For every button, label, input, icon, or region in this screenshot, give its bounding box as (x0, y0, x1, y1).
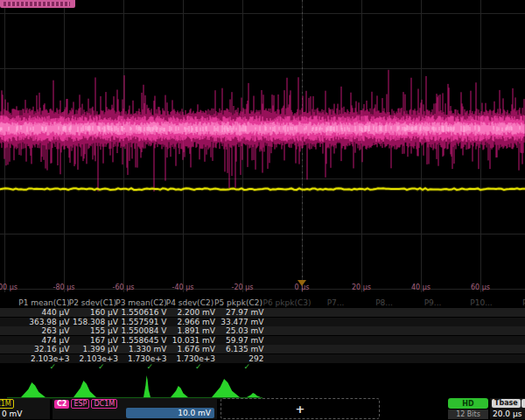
timebase-descriptor[interactable]: Tbase 20.0 µs (490, 398, 525, 419)
measure-value: 1.891 mV (164, 326, 215, 335)
measure-value: 2.103e+3 (18, 354, 70, 363)
plus-icon: + (296, 402, 305, 416)
oscilloscope-screen: -100 µs-80 µs-60 µs-40 µs-20 µs0 µs20 µs… (0, 0, 525, 420)
c1-coupling-chip: DC1M (0, 399, 14, 409)
measure-value: 1.550084 V (116, 326, 167, 335)
hd-mode-badge[interactable]: HD (448, 398, 488, 409)
measure-value: 1.558645 V (116, 336, 167, 345)
measure-value: 10.031 mV (164, 336, 215, 345)
measure-value: 25.03 mV (213, 326, 264, 335)
status-check-icon: ✓ (147, 362, 154, 371)
hd-label: HD (462, 400, 473, 408)
measure-value: 158.308 µV (66, 318, 118, 326)
histicon-peak (171, 386, 188, 397)
time-axis-label: 0 µs (295, 284, 310, 291)
measurement-table: P1 mean(C1)440 µV363.98 µV263 µV474 µV32… (0, 298, 525, 374)
time-axis-label: -40 µs (172, 284, 194, 291)
channel-c1-descriptor[interactable]: DC1M 0 mV (0, 398, 50, 419)
tbase-scale-value: 20.0 µs (493, 410, 522, 418)
measure-value: 263 µV (18, 326, 70, 335)
status-check-icon: ✓ (195, 362, 202, 371)
bits-text: 12 Bits (456, 410, 480, 418)
measure-value: 1.730e+3 (116, 354, 167, 363)
measure-value: 6.135 mV (213, 345, 264, 354)
measure-value: 363.98 µV (18, 318, 70, 326)
c1-scale-value: 0 mV (2, 410, 23, 418)
tbase-chip: Tbase (492, 399, 521, 408)
measure-value: 440 µV (18, 308, 70, 317)
measure-value: 1.330 mV (116, 345, 167, 354)
time-axis: -100 µs-80 µs-60 µs-40 µs-20 µs0 µs20 µs… (0, 280, 525, 294)
status-check-icon: ✓ (244, 362, 251, 371)
c2-label-chip: C2 (54, 400, 69, 409)
cropped-pink-banner (0, 0, 75, 8)
measure-value: 32.16 µV (18, 345, 70, 354)
measure-value: 1.550616 V (116, 308, 167, 317)
measure-value: 27.97 mV (213, 308, 264, 317)
banner-text-smudge (4, 2, 70, 6)
measure-value: 1.676 mV (164, 345, 215, 354)
measure-value: 1.399 µV (66, 345, 118, 354)
measure-value: 474 µV (18, 336, 70, 345)
measure-value: 160 µV (66, 308, 118, 317)
hd-bits-label: 12 Bits (448, 410, 488, 419)
time-axis-label: -60 µs (113, 284, 135, 291)
add-trace-button[interactable]: + (220, 398, 380, 419)
measure-value: 1.730e+3 (164, 354, 215, 363)
measure-value: 2.200 mV (164, 308, 215, 317)
time-axis-label: 20 µs (352, 284, 371, 291)
measure-value: 1.557591 V (116, 318, 167, 326)
trace-canvas (0, 0, 525, 292)
measure-value: 33.477 mV (213, 318, 264, 326)
histicon-peak (74, 381, 96, 397)
channel-c2-descriptor[interactable]: C2 ESP DC1M 10.0 mV (52, 398, 217, 419)
histicon-peak (144, 375, 150, 397)
time-axis-label: -100 µs (0, 284, 18, 291)
time-axis-label: -20 µs (232, 284, 254, 291)
waveform-plot-area[interactable] (0, 0, 525, 292)
status-check-icon: ✓ (50, 362, 57, 371)
histicon-peak (21, 382, 46, 397)
histicon-peak (212, 379, 240, 397)
measure-value: 2.966 mV (164, 318, 215, 326)
time-axis-label: 40 µs (411, 284, 430, 291)
time-axis-label: 60 µs (471, 284, 490, 291)
c2-scale-value[interactable]: 10.0 mV (126, 408, 214, 418)
measure-value: 2.103e+3 (66, 354, 118, 363)
c2-esp-chip: ESP (71, 399, 89, 409)
measurement-histicons (0, 374, 525, 401)
c1-trace (0, 188, 525, 190)
measure-value: 167 µV (66, 336, 118, 345)
c2-coupling-chip: DC1M (91, 399, 117, 409)
status-check-icon: ✓ (98, 362, 105, 371)
measure-value: 292 (213, 354, 264, 363)
measure-value: 59.97 mV (213, 336, 264, 345)
tbase-clipped-chip (522, 399, 525, 408)
histicon-peak (247, 393, 261, 397)
measure-column-header-11[interactable]: P11 (500, 298, 525, 307)
time-axis-label: -80 µs (53, 284, 75, 291)
measure-value: 155 µV (66, 326, 118, 335)
